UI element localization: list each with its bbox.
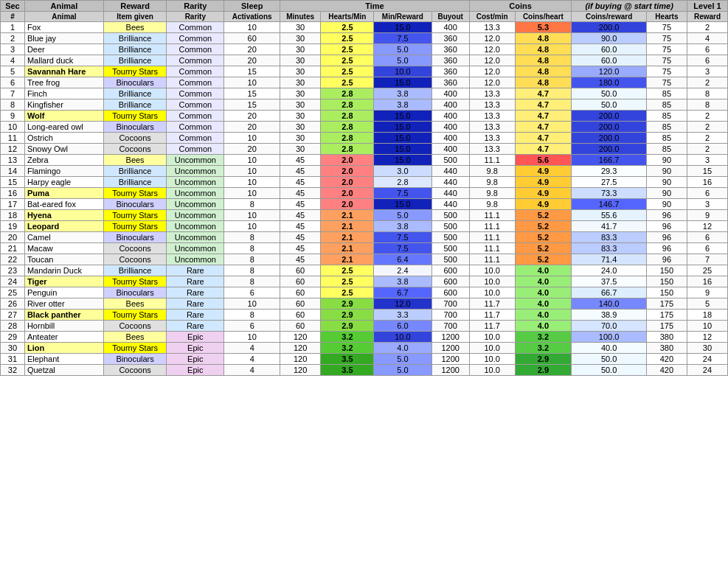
cell-animal: Black panther xyxy=(24,310,103,321)
cell-reward: Cocoons xyxy=(104,254,167,265)
cell-rarity: Common xyxy=(167,88,224,99)
cell-heartsmin: 2.0 xyxy=(321,155,374,166)
cell-activations: 60 xyxy=(224,33,280,44)
cell-heartsmin: 2.8 xyxy=(321,144,374,155)
cell-hearts: 90 xyxy=(646,177,687,188)
cell-buyout: 360 xyxy=(431,77,469,88)
cell-reward: Binoculars xyxy=(104,354,167,365)
cell-reward: Cocoons xyxy=(104,243,167,254)
cell-activations: 10 xyxy=(224,177,280,188)
cell-costmin: 10.0 xyxy=(469,354,515,365)
cell-coinsheart: 4.7 xyxy=(515,144,572,155)
cell-rewardval: 18 xyxy=(687,310,727,321)
cell-buyout: 600 xyxy=(431,276,469,287)
cell-reward: Brilliance xyxy=(104,33,167,44)
table-row: 17Bat-eared foxBinocularsUncommon8452.01… xyxy=(1,199,728,210)
cell-rewardval: 6 xyxy=(687,44,727,55)
cell-buyout: 400 xyxy=(431,133,469,144)
cell-rarity: Uncommon xyxy=(167,188,224,199)
cell-animal: Ostrich xyxy=(24,133,103,144)
cell-num: 8 xyxy=(1,99,25,111)
cell-rarity: Common xyxy=(167,66,224,77)
cell-hearts: 150 xyxy=(646,265,687,276)
cell-heartsmin: 2.0 xyxy=(321,177,374,188)
cell-activations: 10 xyxy=(224,166,280,177)
cell-reward: Brilliance xyxy=(104,88,167,99)
cell-minutes: 30 xyxy=(280,66,320,77)
cell-buyout: 360 xyxy=(431,44,469,55)
cell-hearts: 90 xyxy=(646,199,687,210)
cell-rarity: Common xyxy=(167,111,224,122)
cell-animal: Lion xyxy=(24,343,103,354)
cell-rarity: Common xyxy=(167,22,224,33)
col-buyout: Buyout xyxy=(431,12,469,22)
cell-rewardval: 2 xyxy=(687,144,727,155)
cell-hearts: 75 xyxy=(646,44,687,55)
cell-coinsheart: 4.7 xyxy=(515,122,572,133)
cell-rewardval: 8 xyxy=(687,88,727,99)
cell-activations: 8 xyxy=(224,199,280,210)
col-animal: Animal xyxy=(24,12,103,22)
cell-buyout: 440 xyxy=(431,177,469,188)
cell-minreward: 15.0 xyxy=(374,199,431,210)
cell-hearts: 96 xyxy=(646,210,687,221)
cell-rarity: Common xyxy=(167,33,224,44)
cell-buyout: 600 xyxy=(431,265,469,276)
cell-minutes: 45 xyxy=(280,177,320,188)
cell-minutes: 120 xyxy=(280,354,320,365)
cell-activations: 20 xyxy=(224,55,280,66)
cell-hearts: 96 xyxy=(646,254,687,265)
table-row: 32QuetzalCocoonsEpic41203.55.0120010.02.… xyxy=(1,365,728,376)
cell-rarity: Uncommon xyxy=(167,199,224,210)
cell-rarity: Epic xyxy=(167,354,224,365)
cell-animal: Savannah Hare xyxy=(24,66,103,77)
cell-coinsheart: 4.9 xyxy=(515,177,572,188)
cell-num: 31 xyxy=(1,354,25,365)
cell-coinsheart: 4.8 xyxy=(515,33,572,44)
cell-animal: Mandarin Duck xyxy=(24,265,103,276)
cell-coinsheart: 5.6 xyxy=(515,155,572,166)
cell-rarity: Rare xyxy=(167,265,224,276)
cell-num: 3 xyxy=(1,44,25,55)
cell-animal: Leopard xyxy=(24,221,103,232)
table-row: 20CamelBinocularsUncommon8452.17.550011.… xyxy=(1,232,728,243)
cell-minutes: 30 xyxy=(280,99,320,111)
cell-num: 24 xyxy=(1,276,25,287)
cell-costmin: 13.3 xyxy=(469,22,515,33)
cell-costmin: 9.8 xyxy=(469,199,515,210)
cell-activations: 10 xyxy=(224,188,280,199)
cell-coinsreward: 40.0 xyxy=(572,343,647,354)
cell-animal: Fox xyxy=(24,22,103,33)
cell-minutes: 30 xyxy=(280,144,320,155)
cell-coinsreward: 100.0 xyxy=(572,332,647,343)
cell-rewardval: 2 xyxy=(687,22,727,33)
cell-costmin: 10.0 xyxy=(469,276,515,287)
cell-minreward: 3.8 xyxy=(374,99,431,111)
cell-costmin: 13.3 xyxy=(469,133,515,144)
cell-coinsreward: 200.0 xyxy=(572,133,647,144)
cell-activations: 8 xyxy=(224,276,280,287)
cell-reward: Tourny Stars xyxy=(104,188,167,199)
cell-costmin: 11.1 xyxy=(469,254,515,265)
cell-rarity: Common xyxy=(167,144,224,155)
cell-minutes: 45 xyxy=(280,166,320,177)
cell-coinsreward: 71.4 xyxy=(572,254,647,265)
cell-activations: 15 xyxy=(224,66,280,77)
cell-minreward: 5.0 xyxy=(374,365,431,376)
cell-heartsmin: 2.1 xyxy=(321,221,374,232)
cell-reward: Binoculars xyxy=(104,77,167,88)
cell-minutes: 120 xyxy=(280,365,320,376)
cell-hearts: 420 xyxy=(646,354,687,365)
table-row: 22ToucanCocoonsUncommon8452.16.450011.15… xyxy=(1,254,728,265)
sec-super-header: Sec xyxy=(1,1,25,12)
col-minutes: Minutes xyxy=(280,12,320,22)
cell-coinsheart: 4.9 xyxy=(515,199,572,210)
table-row: 26River otterBeesRare10602.912.070011.74… xyxy=(1,298,728,310)
cell-rewardval: 10 xyxy=(687,321,727,332)
cell-activations: 20 xyxy=(224,144,280,155)
table-row: 5Savannah HareTourny StarsCommon15302.51… xyxy=(1,66,728,77)
cell-animal: Kingfisher xyxy=(24,99,103,111)
table-row: 10Long-eared owlBinocularsCommon20302.81… xyxy=(1,122,728,133)
cell-minutes: 45 xyxy=(280,254,320,265)
cell-coinsheart: 4.7 xyxy=(515,111,572,122)
